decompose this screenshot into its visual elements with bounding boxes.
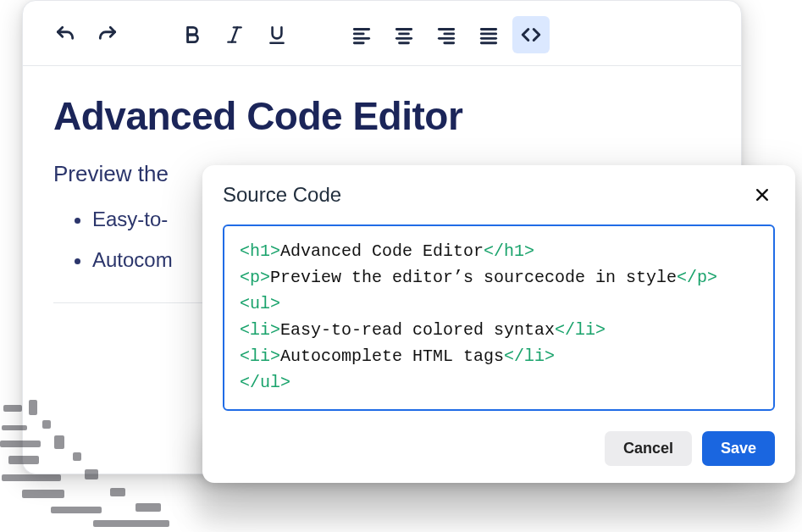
bold-button[interactable] — [174, 16, 211, 53]
align-left-icon — [351, 24, 373, 46]
source-code-textarea[interactable]: <h1>Advanced Code Editor</h1> <p>Preview… — [223, 224, 775, 411]
editor-toolbar — [23, 1, 741, 66]
modal-close-button[interactable] — [749, 182, 775, 208]
align-right-button[interactable] — [428, 16, 465, 53]
undo-button[interactable] — [47, 16, 84, 53]
align-left-button[interactable] — [343, 16, 380, 53]
redo-button[interactable] — [89, 16, 126, 53]
undo-icon — [54, 24, 76, 46]
svg-line-2 — [232, 27, 238, 42]
align-justify-button[interactable] — [470, 16, 507, 53]
align-right-icon — [435, 24, 457, 46]
modal-header: Source Code — [223, 182, 775, 208]
save-button[interactable]: Save — [702, 431, 775, 466]
align-group — [343, 16, 550, 53]
code-icon — [520, 24, 542, 46]
format-group — [174, 16, 296, 53]
source-code-modal: Source Code <h1>Advanced Code Editor</h1… — [202, 165, 795, 483]
cancel-button[interactable]: Cancel — [605, 431, 692, 466]
italic-icon — [224, 24, 246, 46]
source-code-button[interactable] — [512, 16, 550, 53]
italic-button[interactable] — [216, 16, 253, 53]
align-center-icon — [393, 24, 415, 46]
underline-button[interactable] — [258, 16, 296, 53]
history-group — [47, 16, 126, 53]
modal-title: Source Code — [223, 183, 341, 207]
align-center-button[interactable] — [385, 16, 423, 53]
content-heading: Advanced Code Editor — [53, 93, 711, 139]
modal-footer: Cancel Save — [223, 431, 775, 466]
bold-icon — [181, 24, 203, 46]
underline-icon — [266, 24, 288, 46]
align-justify-icon — [478, 24, 500, 46]
close-icon — [754, 186, 771, 203]
redo-icon — [97, 24, 119, 46]
